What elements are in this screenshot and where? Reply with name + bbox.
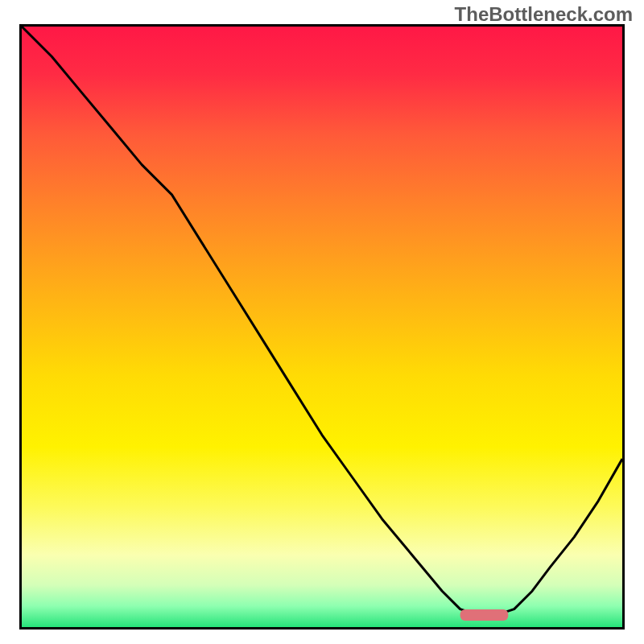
chart-frame: TheBottleneck.com <box>0 0 644 644</box>
optimal-marker <box>460 609 509 621</box>
plot-area <box>22 27 622 627</box>
gradient-background <box>22 27 622 627</box>
chart-svg <box>22 27 622 627</box>
watermark-text: TheBottleneck.com <box>455 3 633 26</box>
